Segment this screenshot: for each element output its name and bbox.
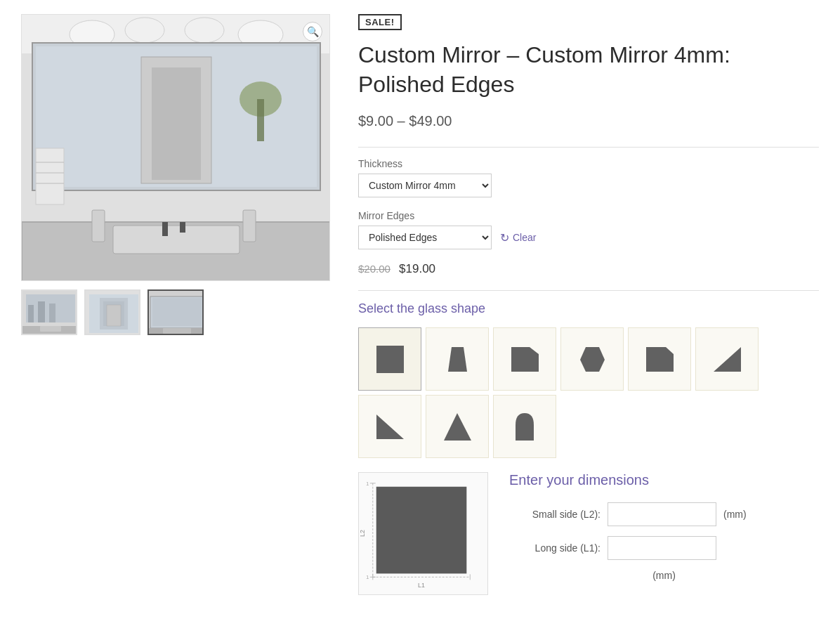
svg-rect-9 (152, 67, 201, 180)
svg-marker-44 (714, 347, 741, 372)
small-side-label: Small side (L2): (509, 509, 601, 520)
small-side-unit: (mm) (723, 509, 747, 520)
divider-2 (358, 290, 819, 291)
price-display: $20.00 $19.00 (358, 262, 819, 276)
divider-1 (358, 147, 819, 148)
product-title: Custom Mirror – Custom Mirror 4mm: Polis… (358, 41, 819, 99)
shape-heptagon-icon (641, 340, 679, 379)
svg-marker-41 (511, 347, 539, 372)
glass-shape-section: Select the glass shape (358, 301, 819, 458)
shape-triangle-icon (438, 407, 477, 446)
clear-label: Clear (513, 232, 536, 243)
svg-marker-45 (376, 415, 404, 439)
dimensions-title: Enter your dimensions (509, 472, 819, 488)
svg-text:L1: L1 (418, 582, 425, 589)
dimension-diagram-svg: L2 L1 1 1 (359, 472, 487, 595)
thickness-label: Thickness (358, 158, 819, 169)
mirror-edges-group: Mirror Edges Polished Edges Seamed Edges… (358, 210, 819, 249)
svg-rect-58 (376, 487, 467, 574)
svg-rect-11 (257, 99, 264, 141)
price-original: $20.00 (358, 263, 391, 275)
svg-rect-14 (162, 222, 168, 236)
shape-trapezoid[interactable] (426, 327, 489, 391)
glass-shape-title: Select the glass shape (358, 301, 819, 316)
svg-marker-46 (444, 413, 471, 441)
thumbnail-1[interactable] (21, 289, 77, 335)
thumbnail-2[interactable] (84, 289, 140, 335)
small-side-input[interactable] (608, 502, 716, 526)
clear-button[interactable]: ↻ Clear (500, 231, 536, 244)
svg-rect-16 (92, 210, 105, 242)
dimension-diagram: L2 L1 1 1 (358, 472, 488, 595)
shape-trapezoid-icon (438, 340, 477, 379)
shape-rectangle-icon (371, 340, 409, 379)
svg-rect-28 (49, 304, 55, 322)
shape-right-triangle[interactable] (695, 327, 759, 391)
sale-badge: SALE! (358, 14, 402, 30)
svg-point-3 (125, 18, 164, 43)
long-side-unit: (mm) (509, 570, 819, 581)
svg-marker-40 (448, 347, 467, 372)
main-image: 🔍 (21, 14, 330, 281)
shape-pentagon[interactable] (493, 327, 556, 391)
thickness-select[interactable]: Custom Mirror 4mm Custom Mirror 6mm (358, 174, 492, 197)
shape-hexagon-icon (573, 340, 612, 379)
svg-rect-27 (38, 301, 45, 322)
svg-text:1: 1 (366, 481, 369, 487)
long-side-label: Long side (L1): (509, 542, 601, 554)
shape-rectangle[interactable] (358, 327, 421, 391)
shape-arch-icon (506, 407, 544, 446)
svg-marker-42 (580, 347, 605, 372)
shape-right-triangle-icon (708, 340, 747, 379)
thickness-group: Thickness Custom Mirror 4mm Custom Mirro… (358, 158, 819, 197)
shape-arch[interactable] (493, 395, 556, 458)
shape-grid (358, 327, 819, 458)
svg-rect-39 (376, 346, 404, 373)
product-info: SALE! Custom Mirror – Custom Mirror 4mm:… (358, 14, 819, 595)
shape-right-triangle-2[interactable] (358, 395, 421, 458)
dimensions-section: L2 L1 1 1 Enter your dimensions Small si… (358, 472, 819, 595)
svg-rect-33 (107, 305, 121, 326)
refresh-icon: ↻ (500, 231, 509, 244)
svg-marker-43 (646, 347, 674, 372)
shape-pentagon-icon (506, 340, 544, 379)
dimensions-form: Enter your dimensions Small side (L2): (… (509, 472, 819, 581)
zoom-icon[interactable]: 🔍 (303, 22, 322, 41)
svg-rect-17 (243, 210, 256, 242)
svg-rect-26 (28, 305, 34, 322)
svg-rect-13 (113, 226, 239, 254)
svg-rect-18 (36, 148, 64, 204)
small-side-row: Small side (L2): (mm) (509, 502, 819, 526)
svg-rect-36 (152, 298, 202, 326)
mirror-edges-row: Polished Edges Seamed Edges Beveled Edge… (358, 226, 819, 249)
main-image-svg (22, 15, 330, 281)
shape-heptagon[interactable] (628, 327, 691, 391)
mirror-edges-label: Mirror Edges (358, 210, 819, 221)
shape-hexagon[interactable] (560, 327, 624, 391)
price-sale: $19.00 (399, 262, 435, 275)
product-gallery: 🔍 (21, 14, 330, 595)
svg-point-4 (185, 18, 224, 43)
svg-text:L2: L2 (359, 530, 366, 537)
svg-rect-15 (180, 222, 185, 233)
svg-text:1: 1 (366, 574, 369, 580)
thumbnail-list (21, 289, 330, 335)
shape-right-triangle-2-icon (371, 407, 409, 446)
shape-triangle[interactable] (426, 395, 489, 458)
mirror-edges-select[interactable]: Polished Edges Seamed Edges Beveled Edge… (358, 226, 492, 249)
price-range: $9.00 – $49.00 (358, 113, 819, 129)
long-side-row: Long side (L1): (509, 536, 819, 560)
svg-rect-25 (40, 326, 61, 332)
thumbnail-3[interactable] (147, 289, 204, 335)
svg-rect-38 (163, 328, 191, 334)
long-side-input[interactable] (608, 536, 716, 560)
